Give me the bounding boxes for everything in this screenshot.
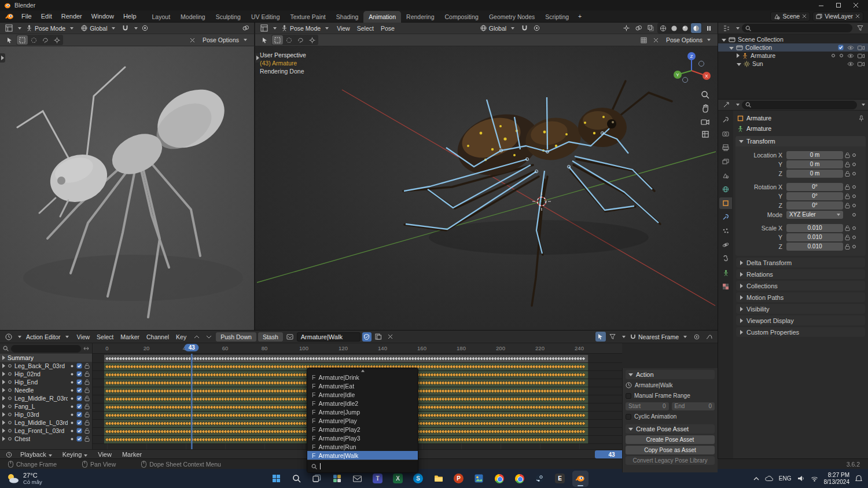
- workspace-tab-shading[interactable]: Shading: [331, 11, 364, 23]
- checkbox-icon[interactable]: [626, 393, 631, 399]
- include-checkbox[interactable]: [838, 45, 844, 50]
- filter-chevron-icon[interactable]: [862, 104, 865, 106]
- action-item-armature-drink[interactable]: FArmature|Drink: [307, 373, 418, 381]
- viewport-menu-view[interactable]: View: [333, 25, 354, 32]
- workspace-tab-texture-paint[interactable]: Texture Paint: [285, 11, 331, 23]
- keying-dot-icon[interactable]: [70, 364, 74, 368]
- properties-tab-physics[interactable]: [719, 239, 732, 251]
- action-item-armature-walk[interactable]: FArmature|Walk: [307, 451, 418, 460]
- toolbar-expand-arrow[interactable]: [255, 53, 260, 63]
- channel-enabled-checkbox[interactable]: [76, 428, 82, 434]
- select-lasso-button[interactable]: [295, 35, 306, 45]
- viewport-solid[interactable]: [0, 46, 255, 330]
- workspace-tab-animation[interactable]: Animation: [363, 11, 401, 23]
- properties-tab-tool[interactable]: [719, 114, 732, 126]
- toggle-ortho-icon[interactable]: [701, 130, 709, 138]
- pose-options-dropdown-left[interactable]: Pose Options: [200, 35, 250, 45]
- disclosure-triangle[interactable]: [2, 364, 5, 368]
- menubar-menu-window[interactable]: Window: [87, 10, 119, 22]
- breadcrumb-data[interactable]: Armature: [735, 123, 866, 134]
- pin-icon[interactable]: [859, 115, 864, 122]
- channel-enabled-checkbox[interactable]: [76, 420, 82, 425]
- shading-wireframe-button[interactable]: [658, 23, 668, 33]
- manual-frame-range-row[interactable]: Manual Frame Range: [626, 391, 715, 400]
- outliner-editor-icon[interactable]: [721, 23, 731, 33]
- snap-magnet-icon[interactable]: [120, 23, 130, 33]
- proportional-edit-icon[interactable]: [139, 23, 150, 33]
- properties-tab-constraints[interactable]: [719, 253, 732, 265]
- unlink-scene-icon[interactable]: [802, 14, 807, 19]
- hide-viewport-toggle[interactable]: [847, 45, 854, 50]
- weather-widget[interactable]: 27°C Có mây: [6, 472, 139, 485]
- viewport-rendered[interactable]: User Perspective (43) Armature Rendering…: [255, 46, 718, 330]
- channel-lock-icon[interactable]: [84, 428, 90, 434]
- viewport-menu-pose[interactable]: Pose: [377, 25, 398, 32]
- action-item-armature-play[interactable]: FArmature|Play: [307, 416, 418, 425]
- channel-row-leg-back-r-03rd[interactable]: Leg_Back_R_03rd: [0, 362, 92, 370]
- property-field-mode[interactable]: XYZ Euler: [786, 211, 843, 219]
- overlays-icon-left[interactable]: [240, 23, 251, 33]
- properties-tab-particles[interactable]: [719, 225, 732, 237]
- channel-enabled-checkbox[interactable]: [76, 412, 82, 417]
- properties-tab-world[interactable]: [719, 184, 732, 195]
- channel-lock-icon[interactable]: [84, 420, 90, 425]
- channel-enabled-checkbox[interactable]: [76, 395, 82, 401]
- disable-render-toggle[interactable]: [858, 53, 865, 58]
- scene-selector[interactable]: Scene: [770, 12, 810, 21]
- animate-decorator-icon[interactable]: [852, 244, 856, 249]
- property-field-scale-x[interactable]: 0.010: [786, 224, 843, 232]
- disclosure-triangle[interactable]: [2, 372, 5, 376]
- disclosure-triangle[interactable]: [737, 60, 741, 67]
- convert-legacy-button[interactable]: Convert Legacy Pose Library: [626, 456, 715, 465]
- select-circle-button[interactable]: [284, 35, 295, 45]
- lock-icon[interactable]: [845, 234, 850, 240]
- taskbar-app-powerpoint[interactable]: P: [451, 471, 467, 487]
- workspace-tab-modeling[interactable]: Modeling: [175, 11, 211, 23]
- disclosure-triangle[interactable]: [2, 396, 5, 401]
- editor-type-button[interactable]: [3, 23, 14, 33]
- hide-viewport-toggle[interactable]: [847, 53, 854, 58]
- channel-lock-icon[interactable]: [84, 379, 90, 385]
- lock-icon[interactable]: [845, 184, 850, 190]
- taskbar-app-file-explorer[interactable]: [431, 471, 447, 487]
- editor-mode-dropdown[interactable]: Action Editor: [23, 332, 72, 342]
- animate-decorator-icon[interactable]: [852, 235, 856, 240]
- action-item-armature-play3[interactable]: FArmature|Play3: [307, 434, 418, 442]
- disclosure-triangle[interactable]: [2, 380, 5, 384]
- properties-tab-scene[interactable]: [719, 170, 732, 181]
- animate-decorator-icon[interactable]: [852, 203, 856, 208]
- lock-icon[interactable]: [845, 225, 850, 231]
- editor-type-button-right[interactable]: [259, 23, 269, 33]
- workspace-tab-compositing[interactable]: Compositing: [440, 11, 484, 23]
- menubar-menu-edit[interactable]: Edit: [36, 10, 57, 22]
- panel-section-delta-transform[interactable]: Delta Transform: [736, 258, 865, 267]
- lock-icon[interactable]: [845, 193, 850, 199]
- close-tool-icon[interactable]: [187, 35, 198, 45]
- channel-row-summary[interactable]: Summary: [0, 354, 92, 362]
- dopesheet-menu-marker[interactable]: Marker: [117, 333, 143, 340]
- copy-pose-asset-button[interactable]: Copy Pose as Asset: [626, 446, 715, 454]
- dopesheet-menu-view[interactable]: View: [73, 333, 94, 340]
- taskbar-app-blender[interactable]: [572, 471, 589, 487]
- transform-panel-header[interactable]: Transform: [735, 136, 866, 146]
- panel-section-custom-properties[interactable]: Custom Properties: [736, 327, 865, 337]
- filter-icon[interactable]: [855, 23, 865, 33]
- panel-section-collections[interactable]: Collections: [736, 281, 865, 291]
- maximize-button[interactable]: [830, 0, 847, 10]
- workspace-tab-geometry-nodes[interactable]: Geometry Nodes: [484, 11, 540, 23]
- orientation-dropdown-right[interactable]: Global: [477, 23, 517, 34]
- channel-enabled-checkbox[interactable]: [76, 363, 82, 369]
- disclosure-triangle[interactable]: [2, 388, 5, 392]
- property-field-z[interactable]: 0°: [786, 201, 843, 210]
- browse-action-icon[interactable]: [285, 332, 295, 342]
- channel-row-hip-03rd[interactable]: Hip_03rd: [0, 410, 92, 419]
- breadcrumb-object[interactable]: Armature: [735, 113, 866, 123]
- animate-decorator-icon[interactable]: [852, 171, 856, 176]
- channel-row-leg-middle-r-03rd[interactable]: Leg_Middle_R_03rd: [0, 394, 92, 402]
- network-icon[interactable]: [811, 476, 818, 482]
- workspace-tab-uv-editing[interactable]: UV Editing: [246, 11, 285, 23]
- properties-tab-output[interactable]: [719, 142, 732, 153]
- channel-row-hip-02nd[interactable]: Hip_02nd: [0, 370, 92, 378]
- filter-funnel-icon[interactable]: [608, 332, 618, 342]
- hide-viewport-toggle[interactable]: [847, 61, 854, 67]
